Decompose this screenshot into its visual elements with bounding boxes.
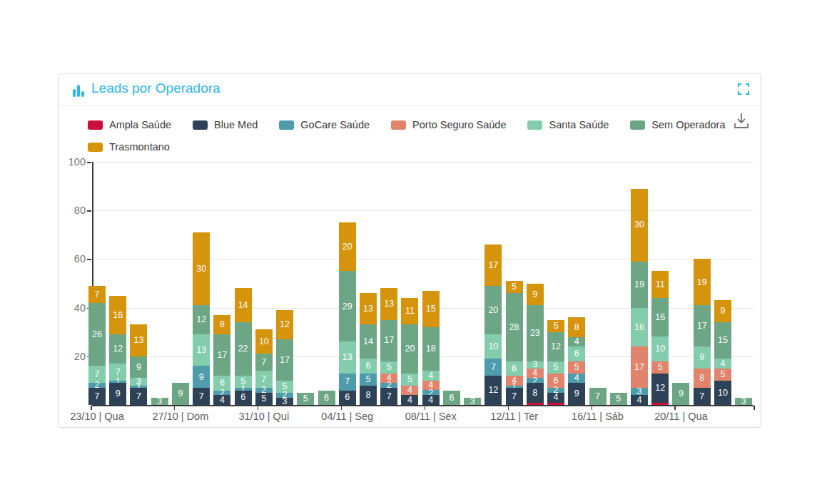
legend-item-gocare-saude[interactable]: GoCare Saúde <box>279 117 370 133</box>
bar-value-label: 17 <box>217 351 227 360</box>
bar-segment: 10 <box>651 336 669 361</box>
legend-item-porto-seguro-saude[interactable]: Porto Seguro Saúde <box>391 117 506 133</box>
bar-segment: 6 <box>339 391 356 405</box>
bar-segment: 7 <box>193 388 210 405</box>
bar-value-label: 13 <box>363 304 373 314</box>
bar-segment: 8 <box>213 315 230 334</box>
bar-value-label: 10 <box>655 344 665 354</box>
bar-segment: 6 <box>443 391 460 405</box>
legend-label: GoCare Saúde <box>300 119 370 130</box>
bar-segment: 7 <box>589 388 607 405</box>
bar-segment: 13 <box>360 293 377 324</box>
y-tick-label: 80 <box>59 205 86 216</box>
bar-value-label: 6 <box>366 361 371 371</box>
legend-item-sem-operadora[interactable]: Sem Operadora <box>630 117 725 133</box>
bar-segment: 7 <box>380 388 397 405</box>
download-icon[interactable] <box>734 112 749 129</box>
x-axis-tick <box>592 406 593 410</box>
y-tick-label: 100 <box>59 156 86 168</box>
bar-segment: 3 <box>464 398 481 405</box>
legend-item-trasmontano[interactable]: Trasmontano <box>88 139 170 155</box>
bar-segment: 3 <box>276 398 293 405</box>
bar-segment: 14 <box>360 324 377 359</box>
bar: 1217523 <box>276 310 293 405</box>
bar-value-label: 10 <box>488 342 498 351</box>
bar-value-label: 12 <box>655 384 665 393</box>
bar: 15184424 <box>422 291 440 405</box>
bar-value-label: 9 <box>699 353 704 362</box>
bar-value-label: 9 <box>679 389 684 398</box>
legend-swatch-santa-saude <box>527 120 542 130</box>
bar-segment: 17 <box>213 334 230 376</box>
legend-item-blue-med[interactable]: Blue Med <box>193 117 258 133</box>
bar-value-label: 5 <box>261 394 266 403</box>
bar-value-label: 5 <box>387 363 392 372</box>
bar-segment: 13 <box>130 324 147 356</box>
bar-value-label: 9 <box>574 389 579 398</box>
bar-segment: 20 <box>401 324 418 373</box>
bar: 846549 <box>568 317 585 405</box>
legend-label: Santa Saúde <box>549 119 609 130</box>
bar-value-label: 16 <box>634 323 644 332</box>
bar: 3 <box>464 398 481 405</box>
bar-value-label: 13 <box>196 346 206 355</box>
bar-segment: 13 <box>380 288 397 319</box>
bar-value-label: 6 <box>512 364 517 374</box>
legend-item-ampla-saude[interactable]: Ampla Saúde <box>88 117 171 133</box>
legend-swatch-gocare-saude <box>279 120 294 130</box>
bar: 1422516 <box>235 288 252 405</box>
bar-value-label: 29 <box>343 302 352 312</box>
bar-value-label: 5 <box>366 375 371 384</box>
bar-value-label: 9 <box>116 389 121 398</box>
bar-value-label: 11 <box>405 307 415 316</box>
fullscreen-icon[interactable] <box>738 83 749 95</box>
legend-item-santa-saude[interactable]: Santa Saúde <box>527 117 609 133</box>
bar-segment: 8 <box>527 383 544 402</box>
bar-segment: 8 <box>568 317 585 336</box>
x-axis-end-tick <box>754 406 755 410</box>
bar-segment: 12 <box>109 334 126 364</box>
bar-segment <box>527 403 544 405</box>
bar-value-label: 4 <box>720 359 725 369</box>
bar-value-label: 9 <box>199 373 204 382</box>
bar-segment: 16 <box>651 298 669 337</box>
bar-segment: 5 <box>360 374 377 386</box>
bar-segment: 4 <box>547 393 564 403</box>
bar: 6 <box>318 391 335 405</box>
bar-segment: 7 <box>88 286 106 303</box>
bar-chart-icon <box>73 83 86 97</box>
bar: 5 <box>297 393 314 405</box>
bar-segment: 7 <box>506 388 523 405</box>
bar-value-label: 7 <box>345 377 350 386</box>
bar: 3 <box>151 398 168 405</box>
bar-segment: 10 <box>714 381 731 405</box>
bar-value-label: 8 <box>699 374 704 383</box>
bar-value-label: 23 <box>530 329 540 338</box>
bar: 172010712 <box>484 245 502 405</box>
bar-segment: 20 <box>339 222 356 271</box>
bar: 3 <box>735 398 752 405</box>
legend-label: Sem Operadora <box>651 119 725 130</box>
bar-segment: 17 <box>484 245 502 286</box>
bar-value-label: 28 <box>509 323 519 332</box>
x-axis-tick <box>341 406 343 410</box>
bar-segment: 15 <box>714 322 731 359</box>
gridline <box>92 259 754 259</box>
bar-segment: 17 <box>276 339 293 381</box>
bar-value-label: 9 <box>136 363 141 372</box>
bar-value-label: 7 <box>116 368 121 377</box>
bar-segment: 5 <box>380 361 397 374</box>
bar-value-label: 7 <box>95 290 100 299</box>
bar-value-label: 22 <box>238 344 248 354</box>
x-axis-tick <box>425 406 426 410</box>
bar-segment: 9 <box>193 366 210 388</box>
bar-segment: 13 <box>339 341 356 373</box>
bar-segment: 28 <box>506 293 523 361</box>
legend-swatch-ampla-saude <box>88 120 103 130</box>
bar-segment: 4 <box>213 395 230 405</box>
bar-segment <box>547 403 564 405</box>
bar-segment: 3 <box>735 398 752 405</box>
bar: 9154510 <box>714 300 731 405</box>
bar-value-label: 7 <box>95 392 100 401</box>
bar-value-label: 8 <box>220 320 225 329</box>
